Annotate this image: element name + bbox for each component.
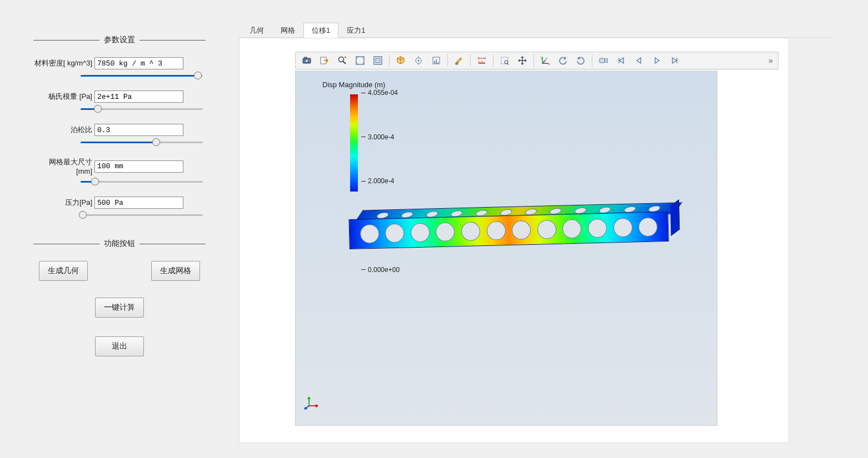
export-icon[interactable] (317, 53, 332, 68)
svg-rect-26 (600, 58, 605, 63)
settings-section-header: 参数设置 (33, 35, 206, 45)
view-cube-icon[interactable] (393, 53, 408, 68)
young-label: 杨氏模量 [Pa] (33, 92, 94, 102)
rotate-left-icon[interactable] (555, 53, 571, 68)
settings-panel: 参数设置 材料密度[ kg/m^3] 杨氏模量 [Pa] (0, 0, 239, 458)
svg-text:z: z (546, 57, 547, 60)
svg-text:✦: ✦ (343, 56, 347, 60)
mesh-label: 网格最大尺寸[mm] (33, 157, 94, 175)
svg-line-5 (343, 61, 346, 64)
camera-icon[interactable] (299, 53, 315, 68)
poisson-input[interactable] (94, 124, 183, 136)
param-pressure: 压力[Pa] (33, 197, 206, 220)
brush-icon[interactable] (451, 53, 467, 68)
exit-button[interactable]: 退出 (95, 336, 144, 356)
pressure-slider[interactable] (81, 210, 203, 220)
legend-tick: 3.000e-4 (361, 133, 394, 141)
svg-rect-9 (376, 58, 380, 63)
ruler-icon[interactable] (474, 53, 490, 68)
last-frame-icon[interactable] (667, 53, 682, 68)
view-frame: ✦ yxz (239, 38, 789, 443)
compute-button[interactable]: 一键计算 (95, 298, 144, 318)
extra-icon[interactable] (428, 53, 444, 68)
3d-viewport[interactable]: Disp Magnitude (m) 4.055e-043.000e-42.00… (295, 71, 717, 426)
pressure-label: 压力[Pa] (33, 198, 94, 208)
pressure-input[interactable] (94, 197, 183, 209)
tab-mesh[interactable]: 网格 (272, 23, 303, 38)
svg-point-11 (418, 60, 420, 62)
actions-section-title: 功能按钮 (99, 239, 139, 249)
colorbar (350, 94, 358, 192)
legend-ticks: 4.055e-043.000e-42.000e-41.000e-40.000e+… (361, 92, 411, 193)
color-legend: Disp Magnitude (m) 4.055e-043.000e-42.00… (322, 80, 411, 193)
svg-line-22 (542, 60, 546, 63)
mesh-slider[interactable] (81, 177, 203, 187)
legend-tick: 4.055e-04 (361, 89, 398, 97)
poisson-slider[interactable] (81, 137, 203, 147)
results-tabs: 几何 网格 位移1 应力1 (239, 22, 835, 38)
svg-rect-2 (305, 57, 307, 59)
legend-tick: 0.000e+00 (361, 266, 400, 274)
svg-rect-15 (456, 63, 458, 64)
poisson-label: 泊松比 (33, 125, 94, 135)
beam-model (348, 203, 672, 255)
density-label: 材料密度[ kg/m^3] (33, 58, 94, 68)
generate-mesh-button[interactable]: 生成网格 (151, 261, 200, 281)
results-panel: 几何 网格 位移1 应力1 ✦ (239, 0, 868, 458)
density-input[interactable] (94, 57, 183, 69)
rotate-right-icon[interactable] (573, 53, 588, 68)
select-area-icon[interactable] (497, 53, 512, 68)
prev-frame-icon[interactable] (631, 53, 647, 68)
first-frame-icon[interactable] (613, 53, 629, 68)
zoom-reset-icon[interactable]: ✦ (335, 53, 350, 68)
generate-geometry-button[interactable]: 生成几何 (39, 261, 88, 281)
move-icon[interactable] (515, 53, 530, 68)
param-poisson: 泊松比 (33, 124, 206, 147)
video-camera-icon[interactable] (596, 53, 611, 68)
axes-icon[interactable]: yxz (537, 53, 553, 68)
probe-icon[interactable] (411, 53, 426, 68)
tab-displacement[interactable]: 位移1 (303, 23, 338, 38)
settings-section-title: 参数设置 (99, 35, 139, 45)
density-slider[interactable] (81, 71, 203, 80)
svg-text:y: y (541, 56, 542, 59)
play-icon[interactable] (649, 53, 665, 68)
actions-section-header: 功能按钮 (33, 239, 206, 249)
svg-text:x: x (548, 62, 550, 66)
box-zoom-fit-icon[interactable] (370, 53, 386, 68)
param-density: 材料密度[ kg/m^3] (33, 57, 206, 80)
toolbar-overflow-icon[interactable]: » (766, 53, 776, 68)
param-young: 杨氏模量 [Pa] (33, 90, 206, 114)
young-input[interactable] (94, 90, 183, 103)
young-slider[interactable] (81, 104, 203, 114)
box-zoom-icon[interactable] (352, 53, 368, 68)
legend-title: Disp Magnitude (m) (322, 80, 411, 89)
orientation-triad-icon (303, 394, 320, 412)
svg-point-1 (305, 59, 308, 63)
tab-stress[interactable]: 应力1 (338, 23, 373, 38)
mesh-input[interactable] (94, 160, 183, 173)
visualization-toolbar: ✦ yxz (295, 52, 779, 69)
tab-geometry[interactable]: 几何 (241, 23, 272, 38)
legend-tick: 2.000e-4 (361, 177, 394, 185)
param-mesh: 网格最大尺寸[mm] (33, 157, 206, 187)
